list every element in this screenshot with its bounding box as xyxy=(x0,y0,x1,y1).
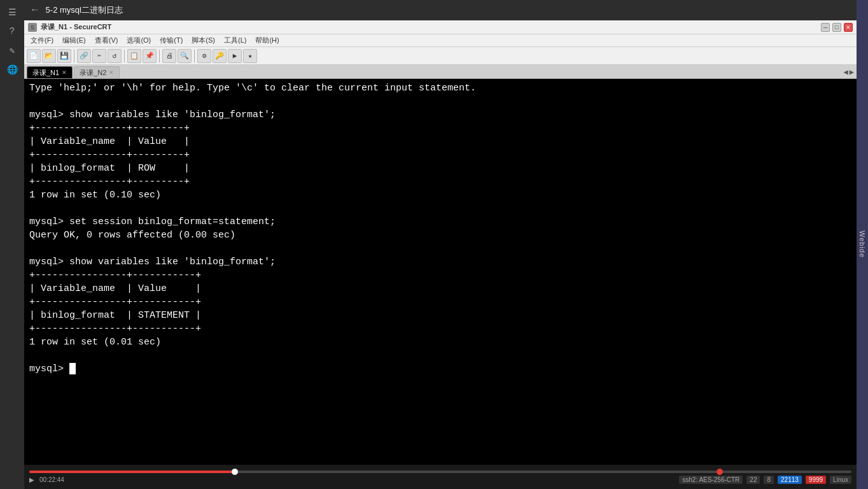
progress-bar[interactable] xyxy=(29,471,851,473)
row-status: 8 xyxy=(764,476,774,484)
speed-status: 9999 xyxy=(806,476,826,484)
bottom-status: ▶ 00:22:44 ssh2: AES-256-CTR 22 8 22113 … xyxy=(29,476,851,484)
status-right: ssh2: AES-256-CTR 22 8 22113 9999 Linux xyxy=(679,476,851,484)
toolbar-connect[interactable]: 🔗 xyxy=(77,49,91,63)
edit-icon[interactable]: ✎ xyxy=(5,43,19,57)
progress-indicator xyxy=(232,469,238,475)
progress-fill xyxy=(29,471,235,473)
col-status: 22 xyxy=(746,476,760,484)
ssh-status: ssh2: AES-256-CTR xyxy=(679,476,743,484)
toolbar-save[interactable]: 💾 xyxy=(57,49,71,63)
minimize-button[interactable]: ─ xyxy=(821,23,830,32)
right-sidebar[interactable]: Webide xyxy=(857,0,868,489)
main-area: ← 5-2 mysql二进制日志 S 录课_N1 - SecureCRT ─ □… xyxy=(24,0,857,489)
os-status: Linux xyxy=(830,476,851,484)
app-icon: S xyxy=(28,23,37,32)
toolbar-sep1 xyxy=(74,50,74,62)
menu-help[interactable]: 帮助(H) xyxy=(251,35,283,46)
toolbar-copy[interactable]: 📋 xyxy=(127,49,141,63)
toolbar-script[interactable]: ▶ xyxy=(228,49,242,63)
toolbar-sep2 xyxy=(124,50,125,62)
menu-file[interactable]: 文件(F) xyxy=(27,35,57,46)
menu-icon[interactable]: ☰ xyxy=(5,5,19,19)
toolbar-open[interactable]: 📂 xyxy=(42,49,56,63)
toolbar-new[interactable]: 📄 xyxy=(27,49,41,63)
tabs-container: 录课_N1 ✕ 录课_N2 ✕ xyxy=(27,66,120,78)
globe-icon[interactable]: 🌐 xyxy=(5,62,19,76)
app-title: 5-2 mysql二进制日志 xyxy=(46,4,123,16)
tab-n2-label: 录课_N2 xyxy=(80,68,106,78)
toolbar: 📄 📂 💾 🔗 ✂ ↺ 📋 📌 🖨 🔍 ⚙ 🔑 ▶ ★ xyxy=(24,47,857,65)
tab-n2[interactable]: 录课_N2 ✕ xyxy=(74,66,120,78)
close-button[interactable]: ✕ xyxy=(844,23,853,32)
toolbar-sep4 xyxy=(194,50,195,62)
right-sidebar-label: Webide xyxy=(858,230,866,258)
toolbar-reconnect[interactable]: ↺ xyxy=(108,49,122,63)
bottom-bar: ▶ 00:22:44 ssh2: AES-256-CTR 22 8 22113 … xyxy=(24,465,857,489)
back-button[interactable]: ← xyxy=(32,4,38,16)
toolbar-settings[interactable]: ⚙ xyxy=(197,49,211,63)
left-sidebar: ☰ ? ✎ 🌐 xyxy=(0,0,24,489)
tab-arrow-right[interactable]: ▶ xyxy=(850,67,854,77)
port-status: 22113 xyxy=(778,476,802,484)
menu-bar: 文件(F) 编辑(E) 查看(V) 选项(O) 传输(T) 脚本(S) 工具(L… xyxy=(24,34,857,47)
window-title: 录课_N1 - SecureCRT xyxy=(41,22,111,32)
menu-edit[interactable]: 编辑(E) xyxy=(59,35,90,46)
window-controls: ─ □ ✕ xyxy=(821,23,853,32)
terminal[interactable]: Type 'help;' or '\h' for help. Type '\c'… xyxy=(24,79,857,465)
menu-transfer[interactable]: 传输(T) xyxy=(156,35,186,46)
menu-script[interactable]: 脚本(S) xyxy=(188,35,219,46)
tab-bar: 录课_N1 ✕ 录课_N2 ✕ ◀ ▶ xyxy=(24,65,857,79)
time-display: 00:22:44 xyxy=(39,476,64,483)
maximize-button[interactable]: □ xyxy=(832,23,841,32)
toolbar-paste[interactable]: 📌 xyxy=(143,49,157,63)
toolbar-print[interactable]: 🖨 xyxy=(162,49,176,63)
tab-arrow-left[interactable]: ◀ xyxy=(844,67,848,77)
tab-n2-close[interactable]: ✕ xyxy=(109,69,114,76)
help-icon[interactable]: ? xyxy=(5,24,19,38)
tab-scroll-arrows: ◀ ▶ xyxy=(844,67,854,78)
toolbar-disconnect[interactable]: ✂ xyxy=(92,49,106,63)
securecrt-titlebar: S 录课_N1 - SecureCRT ─ □ ✕ xyxy=(24,20,857,34)
tab-n1-close[interactable]: ✕ xyxy=(62,69,67,76)
toolbar-key[interactable]: 🔑 xyxy=(213,49,227,63)
tab-n1[interactable]: 录课_N1 ✕ xyxy=(27,66,73,78)
toolbar-sep3 xyxy=(159,50,160,62)
app-title-bar: ← 5-2 mysql二进制日志 xyxy=(24,0,857,20)
toolbar-extra[interactable]: ★ xyxy=(243,49,257,63)
progress-indicator2 xyxy=(717,469,723,475)
playback-icon[interactable]: ▶ xyxy=(29,476,34,483)
toolbar-find[interactable]: 🔍 xyxy=(178,49,192,63)
cursor xyxy=(69,363,76,374)
menu-tools[interactable]: 工具(L) xyxy=(220,35,250,46)
menu-view[interactable]: 查看(V) xyxy=(91,35,122,46)
menu-options[interactable]: 选项(O) xyxy=(123,35,155,46)
status-left: ▶ 00:22:44 xyxy=(29,476,64,483)
tab-n1-label: 录课_N1 xyxy=(32,68,59,78)
